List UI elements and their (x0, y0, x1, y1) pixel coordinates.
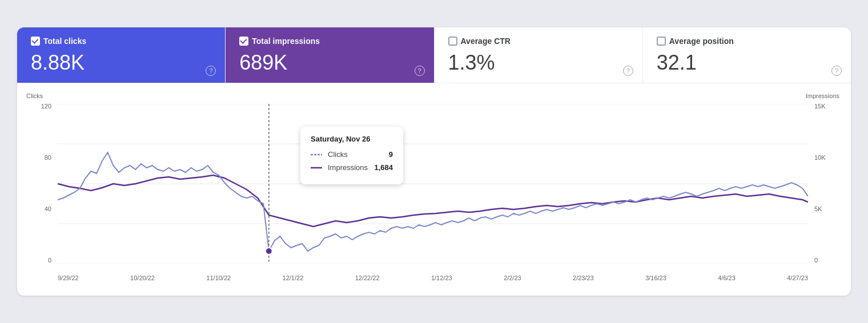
metric-position-value: 32.1 (657, 50, 837, 75)
x-axis-labels: 9/29/22 10/20/22 11/10/22 12/1/22 12/22/… (58, 269, 808, 286)
right-axis-title: Impressions (806, 92, 839, 99)
plot-area (58, 104, 808, 264)
x-label-4: 12/22/22 (355, 274, 380, 281)
tooltip-clicks-icon (311, 152, 322, 157)
metrics-row: Total clicks 8.88K ? Total impressions 6… (17, 27, 851, 83)
metric-clicks-label: Total clicks (43, 37, 86, 46)
x-label-2: 11/10/22 (206, 274, 231, 281)
tooltip-impressions-icon (311, 165, 322, 170)
help-icon-position[interactable]: ? (831, 66, 842, 76)
checkbox-clicks[interactable] (31, 37, 40, 46)
tooltip-impressions-value: 1,684 (374, 163, 393, 172)
y-left-80: 80 (45, 154, 51, 161)
metric-impressions-label: Total impressions (252, 37, 320, 46)
y-left-120: 120 (41, 103, 51, 110)
tooltip-impressions-row: Impressions 1,684 (311, 163, 393, 172)
chart-container: Clicks Impressions 120 80 40 0 15K 10K 5… (26, 92, 839, 286)
metric-total-clicks[interactable]: Total clicks 8.88K ? (17, 27, 226, 83)
help-icon-clicks[interactable]: ? (206, 66, 216, 76)
x-label-10: 4/27/23 (787, 274, 808, 281)
y-axis-right: 15K 10K 5K 0 (811, 103, 839, 264)
help-icon-ctr[interactable]: ? (623, 66, 633, 76)
tooltip-impressions-label: Impressions (328, 163, 368, 172)
chart-svg (58, 104, 808, 264)
x-label-0: 9/29/22 (58, 274, 79, 281)
checkbox-impressions[interactable] (239, 37, 248, 46)
y-right-15k: 15K (814, 103, 826, 110)
metric-average-position[interactable]: Average position 32.1 ? (643, 27, 851, 83)
metric-total-impressions[interactable]: Total impressions 689K ? (226, 27, 434, 83)
tooltip-clicks-value: 9 (389, 150, 393, 159)
metric-clicks-value: 8.88K (31, 50, 211, 75)
checkbox-position[interactable] (657, 37, 666, 46)
x-label-9: 4/6/23 (718, 274, 736, 281)
metric-average-ctr[interactable]: Average CTR 1.3% ? (435, 27, 643, 83)
x-label-7: 2/23/23 (573, 274, 594, 281)
y-left-40: 40 (45, 205, 51, 212)
chart-area: Clicks Impressions 120 80 40 0 15K 10K 5… (17, 83, 851, 296)
tooltip-clicks-label: Clicks (328, 150, 383, 159)
y-right-10k: 10K (814, 154, 826, 161)
y-right-5k: 5K (814, 205, 822, 212)
chart-tooltip: Saturday, Nov 26 Clicks 9 Impressions 1,… (300, 127, 403, 184)
x-label-5: 1/12/23 (431, 274, 452, 281)
tooltip-date: Saturday, Nov 26 (311, 135, 393, 143)
metric-ctr-value: 1.3% (448, 50, 629, 75)
y-right-0: 0 (814, 257, 818, 264)
y-axis-left: 120 80 40 0 (26, 103, 55, 264)
metric-impressions-value: 689K (239, 50, 420, 75)
metric-position-label: Average position (669, 37, 734, 46)
analytics-card: Total clicks 8.88K ? Total impressions 6… (17, 27, 851, 296)
help-icon-impressions[interactable]: ? (415, 66, 425, 76)
x-label-3: 12/1/22 (283, 274, 304, 281)
checkbox-ctr[interactable] (448, 37, 457, 46)
x-label-1: 10/20/22 (130, 274, 155, 281)
y-left-0: 0 (48, 257, 51, 264)
metric-ctr-label: Average CTR (461, 37, 511, 46)
x-label-6: 2/2/23 (504, 274, 521, 281)
left-axis-title: Clicks (26, 92, 43, 99)
svg-point-6 (266, 248, 272, 255)
tooltip-clicks-row: Clicks 9 (311, 150, 393, 159)
x-label-8: 3/16/23 (645, 274, 666, 281)
